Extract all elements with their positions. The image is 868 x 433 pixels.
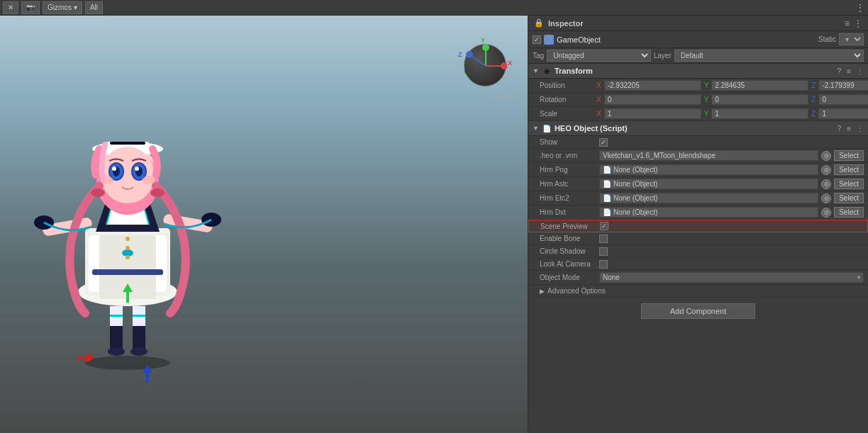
- advanced-options-row[interactable]: ▶ Advanced Options: [528, 285, 868, 298]
- scene-preview-checkbox[interactable]: [600, 222, 608, 230]
- show-checkbox[interactable]: [599, 138, 608, 147]
- svg-point-40: [135, 167, 139, 171]
- gizmos-dropdown-icon: ▾: [74, 4, 77, 11]
- svg-line-54: [470, 55, 486, 66]
- transform-menu-icon[interactable]: ⋮: [857, 67, 864, 75]
- rotation-label: Rotation: [540, 96, 596, 103]
- hrm-etc2-circle-btn[interactable]: ◎: [821, 193, 831, 203]
- svg-point-57: [464, 69, 470, 74]
- transform-expand-icon: ▼: [533, 67, 539, 74]
- all-button[interactable]: All: [85, 1, 103, 14]
- circle-shadow-value: [599, 247, 864, 256]
- show-label: Show: [540, 138, 596, 146]
- enable-bone-checkbox[interactable]: [599, 235, 608, 243]
- scale-x-axis: X: [596, 108, 601, 119]
- transform-settings-icon[interactable]: ≡: [847, 67, 851, 75]
- rotation-y-field[interactable]: [711, 94, 808, 105]
- transform-icon: ⊕: [542, 66, 552, 76]
- camera-button[interactable]: 📷: [21, 1, 40, 14]
- position-z-field[interactable]: [818, 80, 868, 91]
- rotation-z-axis: Z: [811, 94, 816, 105]
- rotation-z-field[interactable]: [818, 94, 868, 105]
- gizmos-button[interactable]: Gizmos ▾: [43, 1, 82, 14]
- scale-z-field[interactable]: [818, 108, 868, 119]
- hrm-etc2-select-btn[interactable]: Select: [834, 193, 864, 203]
- svg-point-4: [130, 347, 148, 356]
- heo-script-title: HEO Object (Script): [555, 124, 835, 133]
- heo-vrm-row: .heo or .vrm Vketchan_v1.6_MToon_blendsh…: [528, 149, 868, 163]
- hrm-etc2-row: Hrm Etc2 📄 None (Object) ◎ Select: [528, 191, 868, 206]
- scale-row: Scale X Y Z: [528, 107, 868, 121]
- heo-help-icon[interactable]: ?: [838, 125, 842, 133]
- hrm-etc2-text: None (Object): [613, 194, 657, 202]
- tag-dropdown[interactable]: Untagged: [547, 50, 651, 62]
- scale-z-axis: Z: [811, 108, 816, 119]
- more-options-icon[interactable]: ⋮: [855, 2, 865, 13]
- heo-script-actions: ? ≡ ⋮: [838, 125, 864, 133]
- hrm-astc-select-btn[interactable]: Select: [834, 179, 864, 189]
- gizmo-y-label: Y: [481, 37, 485, 44]
- heo-script-header[interactable]: ▼ 📄 HEO Object (Script) ? ≡ ⋮: [528, 121, 868, 136]
- position-x-field[interactable]: [604, 80, 701, 91]
- transform-actions: ? ≡ ⋮: [838, 67, 864, 75]
- hrm-png-field: 📄 None (Object): [599, 164, 818, 175]
- scale-label: Scale: [540, 110, 596, 118]
- hrm-dxt-circle-btn[interactable]: ◎: [821, 208, 831, 218]
- hrm-astc-value: 📄 None (Object) ◎ Select: [599, 179, 864, 189]
- advanced-options-label: Advanced Options: [547, 287, 606, 295]
- object-mode-text: None: [603, 274, 620, 281]
- heo-menu-icon[interactable]: ⋮: [857, 125, 864, 133]
- svg-point-32: [150, 189, 165, 197]
- object-mode-dropdown[interactable]: None ▾: [599, 272, 864, 283]
- circle-shadow-row: Circle Shadow: [528, 245, 868, 258]
- hrm-etc2-file-icon: 📄: [603, 194, 611, 202]
- transform-header[interactable]: ▼ ⊕ Transform ? ≡ ⋮: [528, 64, 868, 79]
- svg-rect-28: [110, 142, 145, 145]
- gizmo-x-label: X: [508, 60, 512, 67]
- inspector-header: 🔒 Inspector ≡ ⋮: [528, 16, 868, 31]
- heo-settings-icon[interactable]: ≡: [847, 125, 851, 133]
- heo-expand-icon: ▼: [533, 125, 539, 132]
- position-values: X Y Z: [596, 80, 868, 91]
- svg-point-45: [126, 255, 130, 259]
- circle-shadow-checkbox[interactable]: [599, 247, 608, 256]
- layer-dropdown[interactable]: Default: [674, 50, 864, 62]
- heo-vrm-label: .heo or .vrm: [540, 152, 596, 159]
- add-component-button[interactable]: Add Component: [641, 303, 756, 319]
- look-at-camera-value: [599, 260, 864, 269]
- scale-x-field[interactable]: [604, 108, 701, 119]
- transform-help-icon[interactable]: ?: [838, 67, 842, 75]
- position-y-axis: Y: [704, 80, 709, 91]
- hrm-dxt-select-btn[interactable]: Select: [834, 207, 864, 218]
- object-mode-value: None ▾: [599, 272, 864, 283]
- toolbar: ✕ 📷 Gizmos ▾ All ⋮: [0, 0, 868, 16]
- hrm-png-select-btn[interactable]: Select: [834, 164, 864, 175]
- position-y-field[interactable]: [711, 80, 808, 91]
- hrm-etc2-label: Hrm Etc2: [540, 194, 596, 202]
- rotation-x-axis: X: [596, 94, 601, 105]
- scene-view[interactable]: X Y Z ◁ Persp: [0, 16, 528, 433]
- look-at-camera-checkbox[interactable]: [599, 260, 608, 269]
- lock-icon: 🔒: [534, 18, 544, 28]
- hrm-astc-circle-btn[interactable]: ◎: [821, 179, 831, 189]
- scene-background: X Y Z ◁ Persp: [0, 16, 528, 433]
- svg-rect-8: [133, 315, 145, 317]
- gizmo-z-label: Z: [458, 51, 462, 58]
- hrm-png-circle-btn[interactable]: ◎: [821, 165, 831, 175]
- layer-label: Layer: [654, 52, 672, 60]
- scale-y-field[interactable]: [711, 108, 808, 119]
- close-button[interactable]: ✕: [3, 1, 18, 14]
- gameobject-checkbox[interactable]: [533, 35, 541, 44]
- enable-bone-row: Enable Bone: [528, 232, 868, 245]
- rotation-x-field[interactable]: [604, 94, 701, 105]
- show-row: Show: [528, 136, 868, 149]
- static-dropdown[interactable]: ▾: [839, 33, 864, 45]
- inspector-menu-icon[interactable]: ≡: [845, 18, 850, 28]
- camera-icon: 📷: [26, 4, 35, 11]
- heo-vrm-select-btn[interactable]: Select: [834, 150, 864, 161]
- hrm-dxt-field: 📄 None (Object): [599, 207, 818, 218]
- svg-point-44: [126, 246, 130, 250]
- heo-vrm-circle-btn[interactable]: ◎: [821, 151, 831, 161]
- inspector-dots-icon[interactable]: ⋮: [854, 18, 862, 28]
- gameobject-name: GameObject: [557, 35, 816, 44]
